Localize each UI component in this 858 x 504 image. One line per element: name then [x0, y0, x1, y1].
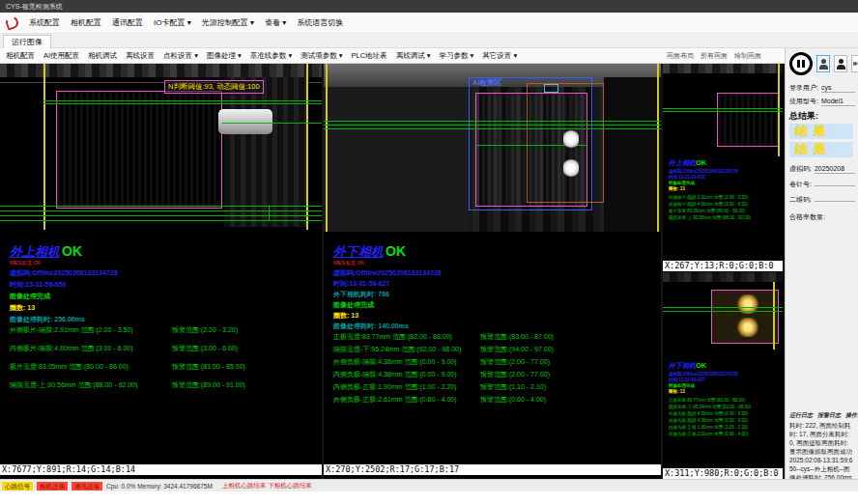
mid-cyan-roi [544, 84, 558, 93]
preview-panel-top[interactable]: 外上相机OK 虚拟码:Offline20250208133134728 时间:1… [663, 64, 783, 271]
log-text[interactable]: 耗时: 222, 画面绘制耗时: 17, 画面分离耗时: 0, 画面提取画面耗时… [789, 421, 855, 482]
menu-item-comm-config[interactable]: 通讯配置 [112, 17, 143, 28]
view-option-all[interactable]: 所有画面 [701, 51, 728, 61]
qr-value[interactable] [815, 193, 855, 202]
tool-learn-params[interactable]: 学习参数 ▾ [439, 51, 473, 61]
pbot-done: 图像处理完成 [669, 383, 695, 388]
ptop-time: 时间:13-31-59-650 [669, 175, 705, 180]
view-option-layout[interactable]: 画面布局 [667, 51, 694, 61]
sidebar: ⇤ 登录用户: cys 使用型号: Model1 总结果: 结果 结果 虚拟码:… [785, 48, 858, 479]
user-button[interactable] [816, 55, 830, 72]
model-row: 使用型号: Model1 [789, 97, 855, 106]
ptop-camera-name: 外上相机 [669, 159, 696, 166]
tool-spotcheck-setting[interactable]: 点检设置 ▾ [163, 51, 198, 61]
camera-panel-mid[interactable]: AI检测区 外下相机OK MES发送:OK 虚拟码:Offline2025020… [324, 64, 661, 479]
mid-warn-3: 预警范围:(2.00 - 77.00) [480, 357, 550, 367]
tool-camera-debug[interactable]: 相机调试 [88, 51, 117, 61]
window-title: CYS-视觉检测系统 [6, 3, 63, 10]
menu-item-io-config[interactable]: IO卡配置 ▾ [154, 17, 191, 28]
logout-button[interactable]: ⇤ [851, 55, 858, 72]
mid-result-title: 外下相机OK [333, 243, 406, 261]
mid-green-line-3 [324, 128, 661, 129]
tool-plc-table[interactable]: PLC地址表 [352, 51, 387, 61]
tool-other-settings[interactable]: 其它设置 ▾ [482, 51, 517, 61]
heartbeat-badge: 心跳信号 [2, 482, 33, 490]
rate-row: 合格率数量: [789, 212, 855, 222]
tool-offline-debug[interactable]: 离线调试 ▾ [396, 51, 431, 61]
mid-mes-status: MES发送:OK [333, 260, 364, 266]
menu-bar: 系统配置 相机配置 通讯配置 IO卡配置 ▾ 光源控制配置 ▾ 查看 ▾ 系统语… [0, 13, 858, 34]
pause-button[interactable] [789, 52, 813, 75]
model-value[interactable]: Model1 [821, 98, 855, 106]
tool-offline-setting[interactable]: 离线设置 [126, 51, 155, 61]
tool-camera-config[interactable]: 相机配置 [6, 51, 35, 61]
pbot-texture [663, 272, 783, 282]
tool-ai-config[interactable]: AI使用配置 [43, 51, 79, 61]
log-tab-run[interactable]: 运行日志 [789, 411, 813, 420]
ptop-row-4: 隔膜宽度-上:90.56mm 范围:(88.00 - 92.00) [669, 215, 751, 220]
mid-green-line-1 [324, 121, 661, 122]
user-dark-button[interactable] [834, 55, 847, 72]
preview-panel-bottom[interactable]: 外下相机OK 虚拟码:Offline20250208133134728 时间:1… [663, 272, 783, 479]
tool-test-params[interactable]: 测试项参数 ▾ [300, 51, 342, 61]
vcode-label: 虚拟码: [789, 164, 812, 174]
mid-meas-3: 外侧负极-隔膜:4.38mm 范围:(0.00 - 9.00) [333, 357, 457, 367]
ptop-title: 外上相机OK [669, 158, 706, 168]
left-result-title: 外上相机OK [10, 243, 82, 261]
exit-icon: ⇤ [853, 58, 858, 69]
mid-led-spot-1 [563, 129, 579, 149]
left-camera-status: OK [62, 243, 82, 259]
ptop-green-line-1 [663, 108, 783, 109]
mid-warn-1: 预警范围:(83.00 - 87.00) [480, 332, 554, 342]
menu-item-camera-config[interactable]: 相机配置 [71, 17, 101, 28]
pin-label: 卷针号: [789, 180, 812, 189]
pbot-yellow-line [773, 282, 775, 350]
menu-item-system-config[interactable]: 系统配置 [29, 17, 60, 28]
pbot-row-3: 外侧负极-隔膜:4.38mm 范围:(0.00 - 9.00) [669, 411, 748, 416]
log-tab-operate[interactable]: 操作日志 [845, 411, 858, 420]
camera-conn-badge: 相机连接 [37, 482, 68, 490]
menu-item-language[interactable]: 系统语言切换 [297, 17, 343, 28]
app-logo-icon [4, 14, 20, 31]
login-value[interactable]: cys [821, 84, 855, 93]
ptop-texture [663, 64, 783, 73]
pin-row: 卷针号: [789, 178, 855, 189]
camera-panel-left[interactable]: N判断阈值:93, 动态阈值:100 外上相机OK MES发送:OK 虚拟码:O… [0, 64, 322, 479]
tool-baseline-params[interactable]: 基准线参数 ▾ [250, 51, 292, 61]
menu-item-light-config[interactable]: 光源控制配置 ▾ [202, 17, 254, 28]
left-meas-3: 极片宽度:83.05mm 范围:(80.00 - 86.00) [10, 362, 129, 372]
mid-meas-4: 内侧负极-隔膜:4.38mm 范围:(0.00 - 9.00) [333, 370, 457, 379]
left-pixel-coords: X:7677;Y:891;R:14;G:14;B:14 [0, 464, 322, 475]
tool-image-process[interactable]: 图像处理 ▾ [207, 51, 242, 61]
menu-item-view[interactable]: 查看 ▾ [265, 17, 286, 28]
pbot-row-2: 隔膜宽度-下:95.24mm 范围:(92.00 - 98.00) [669, 405, 751, 409]
view-option-draw[interactable]: 绘制画面 [734, 51, 761, 61]
pin-value[interactable] [815, 178, 855, 186]
pbot-title: 外下相机OK [669, 361, 706, 371]
left-green-line-1 [43, 100, 322, 101]
pbot-green-line-2 [663, 311, 783, 312]
ptop-yellow-line [778, 64, 780, 156]
mid-yellow-line-1 [326, 64, 328, 232]
mid-warn-4: 预警范围:(2.00 - 77.00) [480, 370, 550, 379]
pbot-time: 时间:13-31-59-627 [669, 378, 705, 382]
vcode-value[interactable]: 20250208 [815, 165, 855, 174]
tab-strip: 运行图像 [0, 34, 858, 48]
vcode-row: 虚拟码: 20250208 [789, 164, 855, 174]
tab-run-image[interactable]: 运行图像 [3, 35, 51, 49]
login-label: 登录用户: [789, 83, 818, 93]
camera-heartbeat-text: 上相机心跳结果 下相机心跳结果 [222, 482, 312, 490]
ai-region-label: AI检测区 [472, 78, 501, 88]
left-barcode: 虚拟码:Offline20250208133134728 [10, 268, 118, 278]
mid-barcode: 虚拟码:Offline20250208133134728 [333, 268, 442, 278]
mid-meas-1: 正极宽度:83.77mm 范围:(82.00 - 88.00) [333, 332, 452, 342]
mid-elapsed: 图像处理耗时: 140.00ms [333, 322, 409, 331]
qr-row: 二维码: [789, 193, 855, 205]
left-electrode-sheet [56, 91, 222, 209]
mid-dark-panel [324, 87, 469, 232]
log-tab-alarm[interactable]: 报警日志 [817, 411, 841, 420]
pbot-row-5: 内侧负极-正极:1.90mm 范围:(1.00 - 2.20) [669, 425, 748, 430]
mid-green-line-2 [324, 125, 661, 126]
pbot-camera-name: 外下相机 [669, 362, 696, 369]
left-time: 时间:13-31-59-650 [10, 280, 66, 290]
